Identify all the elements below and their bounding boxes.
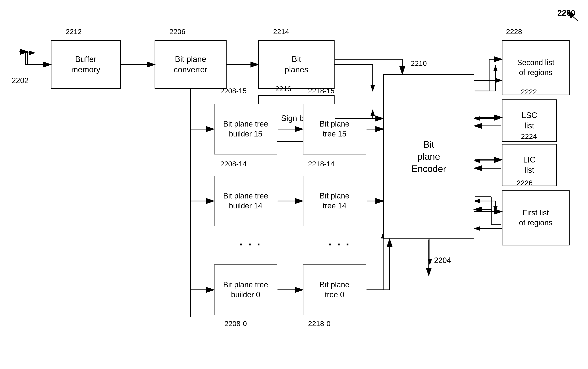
second-list-label: Second listof regions [517, 58, 554, 78]
bpt-14-box: Bit planetree 14 [303, 176, 366, 226]
bit-plane-converter-box: Bit planeconverter [155, 40, 227, 89]
ref-2216: 2216 [275, 85, 291, 93]
lsc-list-label: LSClist [522, 110, 537, 131]
bpt-builder-14-label: Bit plane treebuilder 14 [223, 191, 268, 211]
buffer-memory-label: Buffermemory [71, 54, 100, 75]
bpt-builder-15-label: Bit plane treebuilder 15 [223, 119, 268, 139]
ellipsis-builders: · · · [239, 237, 261, 252]
bpt-0-label: Bit planetree 0 [320, 280, 349, 300]
ellipsis-trees: · · · [328, 237, 350, 252]
ref-2228: 2228 [506, 28, 522, 36]
bpt-builder-15-box: Bit plane treebuilder 15 [214, 104, 277, 154]
ref-2214: 2214 [273, 28, 289, 36]
bpt-15-box: Bit planetree 15 [303, 104, 366, 154]
bpt-builder-14-box: Bit plane treebuilder 14 [214, 176, 277, 226]
ref-2210: 2210 [411, 59, 427, 68]
bpt-0-box: Bit planetree 0 [303, 265, 366, 315]
bpt-15-label: Bit planetree 15 [320, 119, 349, 139]
ref-2226: 2226 [517, 179, 533, 187]
bit-planes-label: Bitplanes [284, 54, 308, 75]
ref-2202: 2202 [12, 76, 29, 85]
ref-2208-14: 2208-14 [220, 160, 247, 168]
bit-planes-box: Bitplanes [258, 40, 335, 89]
ref-2204: 2204 [434, 256, 451, 265]
first-list-label: First listof regions [519, 208, 552, 228]
diagram: Buffermemory Bit planeconverter Bitplane… [0, 0, 588, 369]
bpt-14-label: Bit planetree 14 [320, 191, 349, 211]
ref-2208-0: 2208-0 [224, 319, 247, 328]
bpt-builder-0-box: Bit plane treebuilder 0 [214, 265, 277, 315]
ref-2218-0: 2218-0 [308, 319, 331, 328]
bit-plane-converter-label: Bit planeconverter [174, 54, 207, 75]
ref-2208-15: 2208-15 [220, 87, 247, 95]
second-list-box: Second listof regions [502, 40, 570, 95]
bit-plane-encoder-box: BitplaneEncoder [383, 74, 474, 239]
ref-2222: 2222 [521, 88, 537, 96]
lic-list-label: LIClist [523, 155, 536, 176]
first-list-box: First listof regions [502, 190, 570, 246]
buffer-memory-box: Buffermemory [51, 40, 121, 89]
ref-2200: 2200 [557, 9, 575, 18]
bit-plane-encoder-label: BitplaneEncoder [411, 138, 446, 175]
ref-2218-14: 2218-14 [308, 160, 335, 168]
ref-2224: 2224 [521, 132, 537, 141]
ref-2212: 2212 [66, 28, 82, 36]
ref-2206: 2206 [169, 28, 186, 36]
ref-2218-15: 2218-15 [308, 87, 335, 95]
bpt-builder-0-label: Bit plane treebuilder 0 [223, 280, 268, 300]
